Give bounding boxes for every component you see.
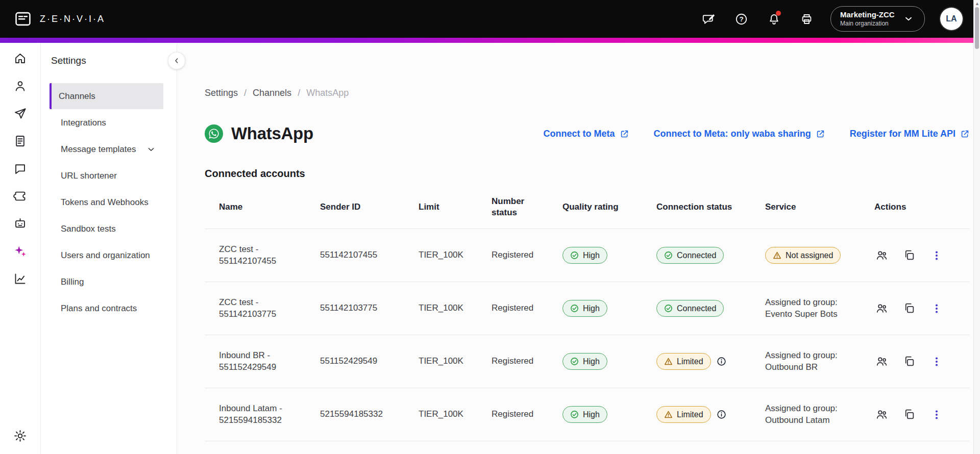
copy-button[interactable] [902,355,916,369]
copy-button[interactable] [902,301,916,316]
copy-icon [903,408,916,421]
actions-cell [870,355,970,369]
rail-bots-button[interactable] [9,212,32,235]
rail-analytics-button[interactable] [9,267,32,290]
organization-texts: Marketing-ZCC Main organization [840,10,895,28]
row-menu-button[interactable] [929,248,944,263]
manage-users-button[interactable] [874,355,889,369]
connection-status-cell: Limited [656,406,765,423]
link-label: Connect to Meta: only waba sharing [654,129,811,139]
number-status: Registered [492,249,562,261]
page-header: WhatsApp Connect to Meta Connect to Meta… [205,124,970,143]
row-menu-button[interactable] [929,355,944,369]
chevron-down-icon [903,13,914,24]
breadcrumb-channels[interactable]: Channels [253,88,291,98]
rail-chats-button[interactable] [9,157,32,180]
ticket-icon [13,189,27,203]
actions-cell [870,248,970,263]
chat-bubble-icon [13,162,27,175]
header-service: Service [765,201,870,213]
connect-to-meta-link[interactable]: Connect to Meta [544,129,629,139]
sidebar-item-plans-contracts[interactable]: Plans and contracts [50,295,163,321]
sidebar-item-label: Integrations [61,118,106,128]
help-button[interactable] [732,10,750,28]
copy-button[interactable] [902,408,916,422]
service-cell: Assigned to group: Outbound BR [765,350,870,373]
header-number-status: Number status [492,196,562,218]
sidebar-item-channels[interactable]: Channels [50,83,163,109]
limit-value: TIER_100K [419,356,492,367]
badge-label: High [583,303,600,314]
scrollbar-up-arrow[interactable]: ▲ [975,1,979,6]
account-name: Inbound Latam - 5215594185332 [205,403,320,426]
rail-home-button[interactable] [9,47,32,69]
copy-button[interactable] [902,248,916,263]
sender-id: 551142107455 [320,249,419,261]
connect-to-meta-waba-link[interactable]: Connect to Meta: only waba sharing [654,129,825,139]
copy-icon [903,355,916,368]
page-title: WhatsApp [231,124,313,143]
connection-badge: Limited [656,353,711,370]
info-icon[interactable] [717,410,726,419]
breadcrumb-separator: / [244,88,247,98]
number-status: Registered [492,302,562,314]
print-button[interactable] [798,10,815,28]
sidebar-collapse-button[interactable] [168,52,185,69]
register-mm-lite-link[interactable]: Register for MM Lite API [850,129,970,139]
sidebar-item-message-templates[interactable]: Message templates [50,136,163,162]
row-menu-button[interactable] [929,408,944,422]
link-label: Connect to Meta [544,129,615,139]
breadcrumb-settings[interactable]: Settings [205,88,238,98]
kebab-menu-icon [931,303,942,314]
manage-users-button[interactable] [874,248,889,263]
conversations-button[interactable] [700,10,717,28]
connection-status-cell: Connected [656,247,765,264]
connection-status-cell: Connected [656,300,765,317]
page-scrollbar[interactable]: ▲ [973,0,980,454]
sidebar-item-url-shortener[interactable]: URL shortener [50,163,163,189]
quality-badge: High [562,247,607,264]
check-circle-icon [664,304,673,313]
badge-label: Connected [677,303,716,314]
rail-reports-button[interactable] [9,130,32,152]
account-name: ZCC test - 551142107455 [205,244,320,267]
connection-badge: Limited [656,406,711,423]
users-icon [875,302,888,315]
check-circle-icon [570,410,579,419]
kebab-menu-icon [931,356,942,367]
warning-triangle-icon [664,410,673,419]
badge-label: Not assigned [786,250,833,261]
chevron-left-icon [173,57,181,65]
sidebar-item-label: Billing [61,277,84,287]
manage-users-button[interactable] [874,408,889,422]
sidebar-item-tokens-webhooks[interactable]: Tokens and Webhooks [50,189,163,215]
connection-badge: Connected [656,247,724,264]
printer-icon [800,12,814,26]
topbar-actions: Marketing-ZCC Main organization LA [700,6,963,32]
manage-users-button[interactable] [874,301,889,316]
help-icon [734,12,748,26]
header-connection-status: Connection status [656,201,765,213]
info-icon[interactable] [717,357,726,366]
avatar[interactable]: LA [940,8,963,30]
check-circle-icon [570,304,579,313]
organization-selector[interactable]: Marketing-ZCC Main organization [830,6,925,32]
limit-value: TIER_100K [419,409,492,420]
rail-tickets-button[interactable] [9,185,32,207]
rail-settings-button[interactable] [9,424,32,447]
rail-ai-button[interactable] [9,240,32,262]
actions-cell [870,301,970,316]
sparkles-icon [13,244,27,258]
home-icon [13,52,27,65]
scrollbar-thumb[interactable] [975,7,979,49]
copy-icon [903,302,916,315]
connected-accounts-table: Name Sender ID Limit Number status Quali… [205,183,970,450]
notifications-button[interactable] [765,10,782,28]
sidebar-item-users-organization[interactable]: Users and organization [50,242,163,268]
sidebar-item-sandbox-tests[interactable]: Sandbox tests [50,216,163,242]
rail-contacts-button[interactable] [9,74,32,97]
row-menu-button[interactable] [929,301,944,316]
sidebar-item-billing[interactable]: Billing [50,269,163,295]
rail-campaigns-button[interactable] [9,102,32,124]
sidebar-item-integrations[interactable]: Integrations [50,110,163,136]
